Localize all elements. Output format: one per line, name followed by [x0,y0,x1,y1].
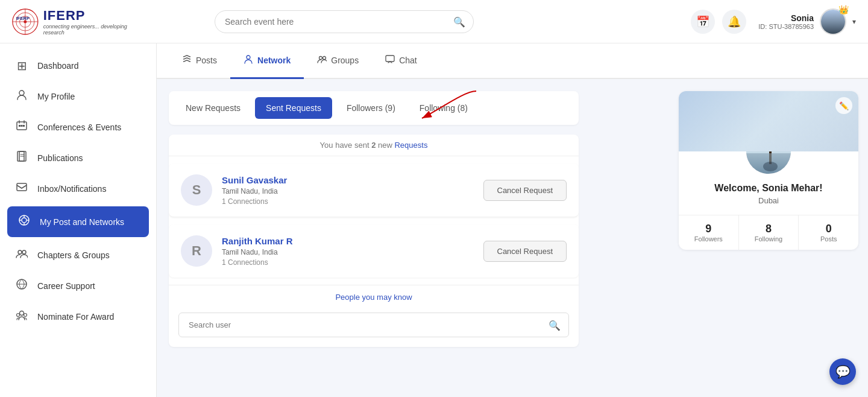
request-connections-0: 1 Connections [222,197,474,206]
request-info-1: Ranjith Kumar R Tamil Nadu, India 1 Conn… [222,236,474,267]
edit-cover-btn[interactable]: ✏️ [835,97,852,114]
posts-count: 0 [804,223,854,235]
avatar-wrap: 👑 [820,8,846,35]
tab-chat-label: Chat [399,56,417,65]
sub-tab-following[interactable]: Following (8) [407,95,480,121]
stat-posts: 0 Posts [799,215,858,250]
profile-card: ✏️ [679,91,858,250]
sidebar-item-my-post[interactable]: My Post and Networks [7,206,149,237]
profile-cover: ✏️ [679,91,858,151]
requests-link[interactable]: Requests [394,141,427,150]
inbox-icon [14,181,29,196]
publications-icon [14,150,29,165]
request-location-0: Tamil Nadu, India [222,187,474,195]
tab-chat[interactable]: Chat [372,43,430,79]
svg-point-40 [763,162,778,171]
svg-point-18 [22,218,27,223]
crown-badge: 👑 [838,5,849,14]
stat-following: 8 Following [739,215,799,250]
svg-point-29 [24,314,27,317]
sub-tab-followers-label: Followers (9) [347,103,395,113]
info-bar-text: You have sent 2 new Requests [320,141,428,150]
sidebar-label-conferences: Conferences & Events [37,122,121,132]
user-area[interactable]: Sonia ID: STU-38785963 👑 ▾ [758,8,856,35]
sidebar-item-dashboard[interactable]: ⊞ Dashboard [0,51,156,81]
chevron-down-icon[interactable]: ▾ [852,17,856,26]
search-user-input[interactable] [178,313,569,337]
svg-point-24 [22,250,26,254]
logo-title: IFERP [43,8,133,24]
chat-tab-icon [385,54,395,66]
sub-tab-new-requests[interactable]: New Requests [174,95,253,121]
svg-point-32 [323,57,326,60]
cancel-request-btn-1[interactable]: Cancel Request [483,241,567,262]
chat-bubble-icon: 💬 [835,364,851,379]
svg-point-23 [18,250,22,254]
sidebar-label-career: Career Support [37,281,95,291]
profile-icon [14,89,29,104]
chapters-icon [14,247,29,262]
sub-tab-sent-requests[interactable]: Sent Requests [255,97,332,119]
right-panel: ✏️ [669,79,868,397]
tab-groups-label: Groups [331,56,359,65]
sub-tab-followers[interactable]: Followers (9) [335,95,407,121]
request-name-0: Sunil Gavaskar [222,175,474,185]
sub-tabs-row: New Requests Sent Requests Followers (9)… [169,91,579,125]
request-location-1: Tamil Nadu, India [222,248,474,256]
sub-tab-sent-requests-label: Sent Requests [266,103,321,113]
my-post-icon [17,214,31,229]
search-bar[interactable]: 🔍 [215,10,474,33]
conferences-icon [14,119,29,135]
sidebar-label-inbox: Inbox/Notifications [37,184,106,194]
table-row: R Ranjith Kumar R Tamil Nadu, India 1 Co… [169,224,579,278]
sidebar-label-chapters: Chapters & Groups [37,250,110,260]
user-id: ID: STU-38785963 [758,23,814,30]
feedback-btn[interactable]: ✏ Feedback [826,198,868,215]
followers-count: 9 [684,223,734,235]
search-user-wrap[interactable]: 🔍 [178,313,569,337]
sidebar-label-my-profile: My Profile [37,92,75,101]
following-count: 8 [744,223,794,235]
calendar-icon-btn[interactable]: 📅 [691,10,715,34]
sidebar-item-career[interactable]: Career Support [0,270,156,301]
sidebar-item-my-profile[interactable]: My Profile [0,81,156,112]
tab-network-label: Network [257,56,291,65]
svg-rect-9 [19,125,20,127]
search-input[interactable] [215,10,474,33]
request-info-0: Sunil Gavaskar Tamil Nadu, India 1 Conne… [222,175,474,206]
sidebar-item-conferences[interactable]: Conferences & Events [0,112,156,142]
svg-point-28 [17,314,20,317]
people-section-label: People you may know [169,285,579,308]
sub-tab-following-label: Following (8) [420,103,468,113]
sidebar-item-nominate[interactable]: Nominate For Award [0,301,156,332]
search-user-section: 🔍 [169,313,579,347]
sub-tab-new-requests-label: New Requests [186,103,241,113]
sidebar-label-my-post: My Post and Networks [40,217,124,227]
cancel-request-btn-0[interactable]: Cancel Request [483,180,567,201]
svg-text:IFERP: IFERP [16,15,30,21]
sidebar-item-inbox[interactable]: Inbox/Notifications [0,173,156,204]
groups-tab-icon [317,54,327,66]
network-tab-icon [244,54,253,66]
tab-posts[interactable]: Posts [169,43,230,79]
logo-icon: IFERP [12,6,39,37]
profile-stats: 9 Followers 8 Following 0 Posts [679,215,858,250]
tab-network[interactable]: Network [230,43,304,79]
sidebar-item-publications[interactable]: Publications [0,142,156,173]
notification-icon-btn[interactable]: 🔔 [722,10,746,34]
tab-groups[interactable]: Groups [304,43,372,79]
svg-rect-33 [386,56,394,62]
requests-container: You have sent 2 new Requests S Sunil Gav… [169,135,579,347]
sidebar-item-chapters[interactable]: Chapters & Groups [0,240,156,270]
svg-point-27 [20,311,24,316]
svg-rect-10 [21,125,23,127]
request-connections-1: 1 Connections [222,258,474,267]
main-content: New Requests Sent Requests Followers (9)… [157,79,669,397]
nominate-icon [14,309,29,324]
content-wrapper: Posts Network Groups Chat [157,43,868,397]
chat-bubble-btn[interactable]: 💬 [829,358,856,385]
dashboard-icon: ⊞ [14,59,29,73]
career-icon [14,278,29,293]
tab-posts-label: Posts [196,56,217,65]
svg-rect-11 [23,125,25,127]
